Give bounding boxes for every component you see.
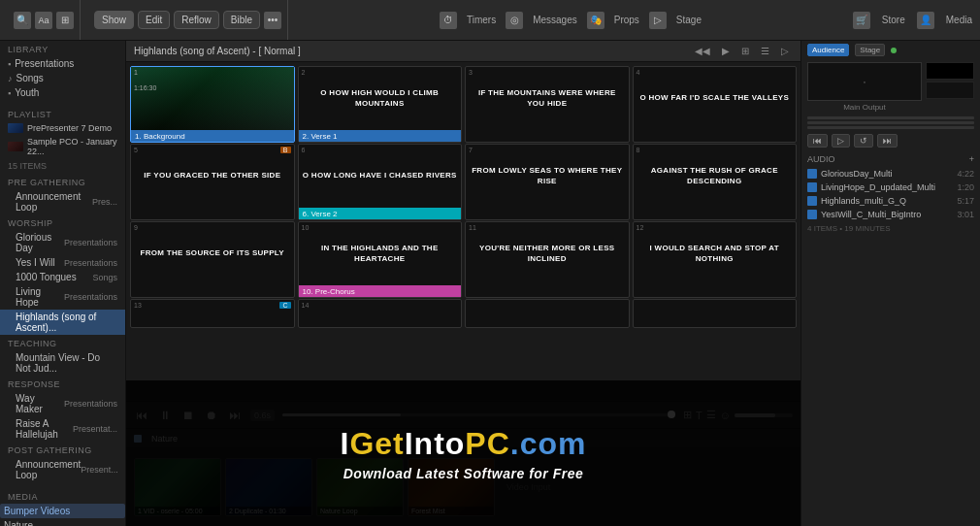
stop-btn[interactable]: ⏹ xyxy=(180,407,196,424)
audience-btn[interactable]: Audience xyxy=(807,44,849,56)
slide-cell-5[interactable]: 5 B IF YOU GRACED THE OTHER SIDE xyxy=(130,144,295,220)
grid-icon[interactable]: ⊞ xyxy=(56,12,74,29)
media-category-nature[interactable]: Nature xyxy=(0,518,125,526)
slide-badge-b: B xyxy=(280,147,291,153)
sidebar-item-announcement-loop[interactable]: Announcement Loop Pres... xyxy=(0,189,125,214)
slide-text-10: IN THE HIGHLANDS AND THE HEARTACHE xyxy=(303,244,458,264)
slide-text-5: IF YOU GRACED THE OTHER SIDE xyxy=(144,171,280,181)
progress-bar[interactable] xyxy=(282,413,675,416)
panel-play-btn[interactable]: ▷ xyxy=(832,134,850,148)
sidebar-item-living-hope[interactable]: Living Hope Presentations xyxy=(0,284,125,310)
list-view-btn[interactable]: ☰ xyxy=(757,45,773,57)
sidebar-item-way-maker[interactable]: Way Maker Presentations xyxy=(0,391,125,416)
more-icon[interactable]: ••• xyxy=(264,12,281,29)
slide-cell-10[interactable]: 10 IN THE HIGHLANDS AND THE HEARTACHE 10… xyxy=(298,221,463,298)
sidebar-item-presentations[interactable]: ▪ Presentations xyxy=(0,56,125,71)
audio-time-4: 3:01 xyxy=(957,210,974,219)
media-icon[interactable]: 👤 xyxy=(917,12,934,29)
skip-back-btn[interactable]: ⏮ xyxy=(134,407,149,424)
sidebar-item-raise-hallelujah[interactable]: Raise A Hallelujah Presentat... xyxy=(0,416,125,442)
response-title: Response xyxy=(0,376,125,391)
sidebar-item-mountain-view[interactable]: Mountain View - Do Not Jud... xyxy=(0,350,125,376)
table-icon-btn[interactable]: ⊞ xyxy=(683,409,692,421)
text-icon[interactable]: Aa xyxy=(35,12,52,29)
slide-cell-11[interactable]: 11 YOU'RE NEITHER MORE OR LESS INCLINED xyxy=(465,221,630,298)
media-category-bumper[interactable]: Bumper Videos xyxy=(0,504,125,518)
sidebar-item-post-announcement[interactable]: Announcement Loop Present... xyxy=(0,457,125,482)
slide-cell-12[interactable]: 12 I WOULD SEARCH AND STOP AT NOTHING xyxy=(633,221,798,298)
audio-item-1[interactable]: GloriousDay_Multi 4:22 xyxy=(807,167,974,181)
slide-text-8: AGAINST THE RUSH OF GRACE DESCENDING xyxy=(637,166,793,186)
audio-item-2[interactable]: LivingHope_D_updated_Multi 1:20 xyxy=(807,181,974,194)
panel-rew-btn[interactable]: ⏮ xyxy=(807,134,828,148)
slide-cell-4[interactable]: 4 O HOW FAR I'D SCALE THE VALLEYS xyxy=(633,66,798,143)
slide-cell-1[interactable]: 1 1:16:30 1. Background xyxy=(130,66,295,143)
tab-bible[interactable]: Bible xyxy=(223,11,260,29)
audio-item-3[interactable]: Highlands_multi_G_Q 5:17 xyxy=(807,194,974,208)
slide-label-2: 2. Verse 1 xyxy=(299,130,462,142)
slide-spacer-4 xyxy=(634,130,797,142)
slide-cell-7[interactable]: 7 FROM LOWLY SEAS TO WHERE THEY RISE xyxy=(465,144,630,220)
stage-icon[interactable]: ▷ xyxy=(649,12,667,29)
media-thumb-4[interactable]: Forest Mist xyxy=(408,458,495,516)
props-label: Props xyxy=(614,15,639,25)
slide-label-6: 6. Verse 2 xyxy=(299,208,462,219)
slide-cell-13[interactable]: 13 C xyxy=(130,299,295,328)
store-cart-icon[interactable]: 🛒 xyxy=(853,12,870,29)
search-icon[interactable]: 🔍 xyxy=(14,12,31,29)
grid-view-btn[interactable]: ⊞ xyxy=(737,45,753,57)
media-thumb-3[interactable]: Nature Loop xyxy=(316,458,404,516)
sidebar-item-highlands[interactable]: Highlands (song of Ascent)... xyxy=(0,310,125,335)
slide-num-2: 2 xyxy=(302,69,306,76)
volume-slider[interactable] xyxy=(735,413,793,417)
add-audio-btn[interactable]: + xyxy=(969,154,974,164)
slide-cell-9[interactable]: 9 FROM THE SOURCE OF ITS SUPPLY xyxy=(130,221,295,298)
skip-fwd-btn[interactable]: ⏭ xyxy=(227,407,243,424)
play-btn-header[interactable]: ▷ xyxy=(777,45,793,57)
panel-loop-btn[interactable]: ⏭ xyxy=(877,134,898,148)
slide-num-11: 11 xyxy=(469,224,476,231)
playlist-item-pco[interactable]: Sample PCO - January 22... xyxy=(0,135,125,158)
messages-label: Messages xyxy=(533,15,577,25)
nav-prev-btn[interactable]: ◀◀ xyxy=(691,45,714,57)
media-thumb-2[interactable]: 2 Duplicate - 01:30 xyxy=(225,458,312,516)
slide-text-9: FROM THE SOURCE OF ITS SUPPLY xyxy=(141,248,284,258)
stage-btn[interactable]: Stage xyxy=(855,44,885,56)
sidebar-item-yes-i-will[interactable]: Yes I Will Presentations xyxy=(0,255,125,270)
slide-cell-8[interactable]: 8 AGAINST THE RUSH OF GRACE DESCENDING xyxy=(633,144,798,220)
slide-cell-6[interactable]: 6 O HOW LONG HAVE I CHASED RIVERS 6. Ver… xyxy=(298,144,463,220)
smiley-icon-btn[interactable]: ☺ xyxy=(720,410,731,421)
sidebar-item-glorious-day[interactable]: Glorious Day Presentations xyxy=(0,230,125,255)
record-btn[interactable]: ⏺ xyxy=(204,407,219,424)
bottom-tools: ⊞ T ☰ ☺ xyxy=(683,409,793,421)
media-thumb-label-2: 2 Duplicate - 01:30 xyxy=(226,507,311,515)
slide-cell-2[interactable]: 2 O HOW HIGH WOULD I CLIMB MOUNTAINS 2. … xyxy=(298,66,463,143)
slide-spacer-5 xyxy=(131,208,294,219)
audio-item-4[interactable]: YesIWill_C_Multi_BigIntro 3:01 xyxy=(807,208,974,221)
clock-icon[interactable]: ⏱ xyxy=(440,12,457,29)
slide-content-10: IN THE HIGHLANDS AND THE HEARTACHE xyxy=(299,222,462,285)
text-icon-btn[interactable]: T xyxy=(696,410,702,421)
list-icon-btn[interactable]: ☰ xyxy=(706,409,716,421)
media-thumb-label-3: Nature Loop xyxy=(317,507,403,515)
nav-icon[interactable]: ◎ xyxy=(506,12,523,29)
tab-reflow[interactable]: Reflow xyxy=(174,11,219,29)
props-icon[interactable]: 🎭 xyxy=(587,12,604,29)
sidebar-item-songs[interactable]: ♪ Songs xyxy=(0,71,125,85)
media-thumb-1[interactable]: 1 VID - oserie - 05:00 xyxy=(134,458,221,516)
slide-cell-14[interactable]: 14 xyxy=(298,299,463,328)
sidebar-item-1000-tongues[interactable]: 1000 Tongues Songs xyxy=(0,270,125,284)
slide-content-4: O HOW FAR I'D SCALE THE VALLEYS xyxy=(634,67,797,130)
media-right-label: Media xyxy=(946,15,972,25)
nav-next-btn[interactable]: ▶ xyxy=(718,45,734,57)
playlist-item-demo[interactable]: PrePresenter 7 Demo xyxy=(0,121,125,135)
panel-ffw-btn[interactable]: ↺ xyxy=(854,134,873,148)
media-strip: Nature 1 VID - oserie - 05:00 2 Duplicat… xyxy=(126,428,800,526)
sidebar-item-youth[interactable]: ▪ Youth xyxy=(0,85,125,100)
tab-show[interactable]: Show xyxy=(94,11,134,29)
slide-cell-3[interactable]: 3 IF THE MOUNTAINS WERE WHERE YOU HIDE xyxy=(465,66,630,143)
tab-edit[interactable]: Edit xyxy=(138,11,170,29)
preview-thumb-2 xyxy=(926,82,974,99)
progress-dot xyxy=(668,411,675,418)
play-pause-btn[interactable]: ⏸ xyxy=(157,407,173,424)
